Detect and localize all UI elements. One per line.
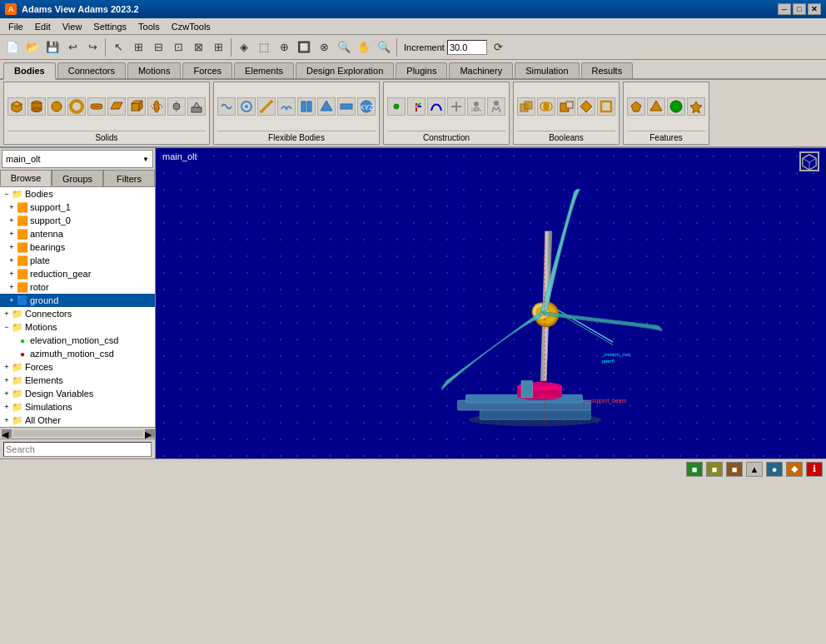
tab-plugins[interactable]: Plugins [396,62,447,78]
tool2[interactable]: ⊟ [149,38,167,57]
tab-machinery[interactable]: Machinery [449,62,513,78]
expand-plate[interactable]: + [7,256,17,265]
solid-plate-icon[interactable] [107,97,126,116]
tool8[interactable]: ⊕ [275,38,293,57]
status-btn-orange[interactable]: ◆ [786,462,803,477]
tree-item-elevation-motion[interactable]: ● elevation_motion_csd [0,334,155,347]
feat-icon1[interactable] [627,97,645,116]
expand-ground[interactable]: + [7,296,17,305]
bool-shell-icon[interactable] [597,97,615,116]
expand-antenna[interactable]: + [7,230,17,238]
close-button[interactable]: ✕ [808,3,821,15]
expand-connectors[interactable]: + [2,310,12,318]
tool12[interactable]: ✋ [355,38,373,57]
panel-tab-browse[interactable]: Browse [0,170,52,186]
menu-edit[interactable]: Edit [30,21,56,32]
menu-view[interactable]: View [57,21,87,32]
tree-item-connectors[interactable]: + 📁 Connectors [0,307,155,320]
solid-torus-icon[interactable] [67,97,86,116]
bool-intersect-icon[interactable] [537,97,555,116]
solid-sphere-icon[interactable] [47,97,66,116]
flex-icon4[interactable] [277,97,296,116]
expand-bodies[interactable]: − [2,190,12,198]
tool13[interactable]: 🔍 [375,38,393,57]
tree-item-design-variables[interactable]: + 📁 Design Variables [0,387,155,400]
feat-icon3[interactable] [667,97,685,116]
solid-extrude-icon[interactable] [127,97,146,116]
expand-support0[interactable]: + [7,216,17,225]
tree-item-simulations[interactable]: + 📁 Simulations [0,400,155,414]
expand-forces[interactable]: + [2,363,12,371]
tab-simulation[interactable]: Simulation [515,62,579,78]
expand-design-variables[interactable]: + [2,389,12,398]
scroll-right-btn[interactable]: ▶ [145,429,155,438]
expand-motions[interactable]: − [2,323,12,331]
redo-button[interactable]: ↪ [83,38,102,57]
viewport[interactable]: main_olt [156,148,826,458]
tree-item-support0[interactable]: + 🟧 support_0 [0,214,155,227]
flex-icon2[interactable] [237,97,256,116]
solid-revolution-icon[interactable] [147,97,166,116]
tool5[interactable]: ⊞ [209,38,227,57]
tool9[interactable]: 🔲 [295,38,313,57]
tree-item-elements[interactable]: + 📁 Elements [0,374,155,387]
status-btn-circle[interactable]: ● [766,462,783,477]
status-btn-triangle[interactable]: ▲ [746,462,763,477]
feat-icon2[interactable] [647,97,665,116]
expand-bearings[interactable]: + [7,243,17,251]
expand-all-other[interactable]: + [2,416,12,424]
tree-item-all-other[interactable]: + 📁 All Other [0,414,155,427]
solid-link-icon[interactable] [87,97,106,116]
search-input[interactable] [3,442,152,457]
tool4[interactable]: ⊠ [189,38,207,57]
bool-subtract-icon[interactable] [557,97,575,116]
flex-icon7[interactable] [337,97,356,116]
solid-point-mass-icon[interactable] [167,97,186,116]
tree-item-motions[interactable]: − 📁 Motions [0,320,155,334]
scroll-left-btn[interactable]: ◀ [2,429,12,438]
solid-box-icon[interactable] [7,97,26,116]
flex-icon6[interactable] [317,97,336,116]
tab-connectors[interactable]: Connectors [57,62,126,78]
menu-tools[interactable]: Tools [133,21,165,32]
tab-bodies[interactable]: Bodies [3,62,56,80]
titlebar-buttons[interactable]: ─ □ ✕ [778,3,821,15]
const-reference-icon[interactable] [447,97,465,116]
solid-import-icon[interactable] [187,97,206,116]
expand-elements[interactable]: + [2,376,12,384]
solid-cylinder-icon[interactable] [27,97,46,116]
menu-settings[interactable]: Settings [88,21,132,32]
status-btn-info[interactable]: ℹ [806,462,823,477]
menu-czwtools[interactable]: CzwTools [167,21,216,32]
tab-elements[interactable]: Elements [234,62,294,78]
tree-item-reduction-gear[interactable]: + 🟧 reduction_gear [0,267,155,280]
new-button[interactable]: 📄 [3,38,22,57]
tree-item-plate[interactable]: + 🟧 plate [0,254,155,267]
status-btn-green[interactable]: ■ [686,462,703,477]
tree-item-support1[interactable]: + 🟧 support_1 [0,201,155,214]
tab-motions[interactable]: Motions [127,62,182,78]
panel-tab-groups[interactable]: Groups [52,170,103,186]
bool-union-icon[interactable] [517,97,535,116]
tab-forces[interactable]: Forces [182,62,232,78]
save-button[interactable]: 💾 [43,38,62,57]
status-btn-yellow[interactable]: ■ [706,462,723,477]
tab-results[interactable]: Results [581,62,634,78]
tree-item-antenna[interactable]: + 🟧 antenna [0,227,155,240]
menu-file[interactable]: File [3,21,28,32]
const-point-icon[interactable] [387,97,406,116]
select-button[interactable]: ↖ [109,38,127,57]
maximize-button[interactable]: □ [793,3,806,15]
const-person-icon[interactable] [487,97,505,116]
feat-icon4[interactable] [687,97,705,116]
flex-icon3[interactable] [257,97,276,116]
tool11[interactable]: 🔍 [335,38,353,57]
minimize-button[interactable]: ─ [778,3,791,15]
tool10[interactable]: ⊗ [315,38,333,57]
expand-rotor[interactable]: + [7,283,17,291]
tree-item-forces[interactable]: + 📁 Forces [0,360,155,374]
bool-merge-icon[interactable] [577,97,595,116]
tool3[interactable]: ⊡ [169,38,187,57]
const-curve-icon[interactable] [427,97,445,116]
tree-item-rotor[interactable]: + 🟧 rotor [0,280,155,294]
